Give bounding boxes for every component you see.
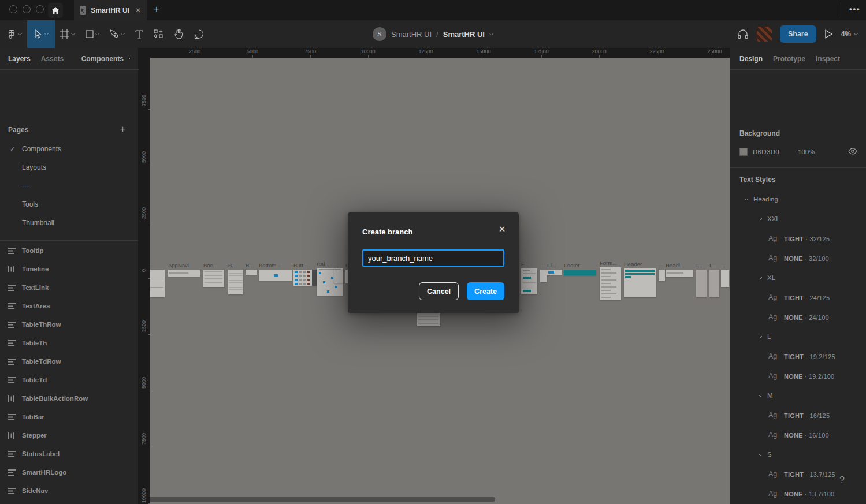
frame-title[interactable]: AppNavi <box>168 262 189 268</box>
home-button[interactable] <box>48 3 63 18</box>
canvas-frame[interactable] <box>168 270 200 277</box>
canvas-frame[interactable] <box>203 270 224 287</box>
frame-title[interactable]: F... <box>521 261 529 267</box>
text-style-row[interactable]: M <box>730 390 866 402</box>
text-style-row[interactable]: L <box>730 331 866 343</box>
frame-title[interactable]: B... <box>228 262 236 268</box>
inspector-tab-design[interactable]: Design <box>739 55 763 63</box>
canvas-frame[interactable] <box>540 270 547 282</box>
text-style-row[interactable]: S <box>730 449 866 461</box>
more-menu-icon[interactable]: ••• <box>849 5 861 13</box>
close-tab-icon[interactable]: ✕ <box>135 6 141 14</box>
chevron-down-icon[interactable] <box>758 335 763 338</box>
user-avatar[interactable] <box>757 27 772 42</box>
text-style-row[interactable]: AgTIGHT · 13.7/125 <box>730 469 866 480</box>
chevron-down-icon[interactable] <box>758 394 763 397</box>
background-opacity-value[interactable]: 100% <box>798 148 815 155</box>
canvas-frame[interactable] <box>547 270 562 275</box>
background-hex-value[interactable]: D6D3D0 <box>753 148 779 155</box>
breadcrumb-team[interactable]: SmartHR UI <box>391 30 432 39</box>
team-avatar[interactable]: S <box>373 27 386 41</box>
sidebar-page-item[interactable]: Tools <box>0 195 139 214</box>
layer-row[interactable]: TableThRow <box>0 315 139 334</box>
pen-tool-button[interactable] <box>105 20 130 48</box>
canvas-frame[interactable] <box>721 270 729 287</box>
sidebar-page-item[interactable]: ---- <box>0 177 139 195</box>
layer-row[interactable]: Tooltip <box>0 241 139 260</box>
text-style-row[interactable]: Heading <box>730 194 866 206</box>
text-tool-button[interactable] <box>130 20 148 48</box>
color-swatch[interactable] <box>739 148 748 156</box>
frame-title[interactable]: Header <box>624 261 642 267</box>
sidebar-page-item[interactable]: ✓Components <box>0 140 139 158</box>
zoom-control[interactable]: 4% <box>841 30 858 38</box>
macos-minimize-button[interactable] <box>23 5 31 13</box>
page-switcher-label[interactable]: Components <box>81 55 124 63</box>
macos-close-button[interactable] <box>9 5 17 13</box>
canvas-frame[interactable] <box>521 268 537 294</box>
file-menu-chevron-icon[interactable] <box>489 33 493 36</box>
canvas-frame[interactable] <box>334 270 343 283</box>
text-style-row[interactable]: AgTIGHT · 24/125 <box>730 292 866 304</box>
frame-title[interactable]: ... <box>659 262 663 268</box>
text-style-row[interactable]: AgTIGHT · 16/125 <box>730 410 866 421</box>
layer-row[interactable]: SideNav <box>0 481 139 500</box>
canvas-frame[interactable] <box>293 270 319 286</box>
text-style-row[interactable]: AgNONE · 24/100 <box>730 312 866 323</box>
frame-title[interactable]: Form... <box>600 260 617 266</box>
text-style-row[interactable]: AgTIGHT · 32/125 <box>730 233 866 245</box>
layer-row[interactable]: Timeline <box>0 260 139 278</box>
tab-assets[interactable]: Assets <box>41 55 64 63</box>
layer-row[interactable]: TableTdRow <box>0 352 139 371</box>
canvas-frame[interactable] <box>564 270 596 275</box>
frame-title[interactable]: Cal... <box>317 261 329 267</box>
inspector-tab-prototype[interactable]: Prototype <box>773 55 805 63</box>
canvas-frame[interactable] <box>696 270 707 297</box>
layer-row[interactable]: TabBar <box>0 408 139 426</box>
chevron-down-icon[interactable] <box>744 198 749 201</box>
frame-title[interactable]: Bottom... <box>259 262 281 268</box>
canvas-frame[interactable] <box>417 311 440 326</box>
chevron-down-icon[interactable] <box>758 453 763 456</box>
branch-name-input[interactable] <box>362 249 504 267</box>
layer-row[interactable]: TableTd <box>0 371 139 389</box>
frame-title[interactable]: or... <box>150 262 153 268</box>
frame-title[interactable]: I... <box>709 262 716 268</box>
add-page-button[interactable]: + <box>120 124 125 135</box>
text-style-row[interactable]: AgNONE · 32/100 <box>730 253 866 264</box>
inspector-tab-inspect[interactable]: Inspect <box>816 55 840 63</box>
background-color-row[interactable]: D6D3D0 100% <box>739 147 857 156</box>
text-style-row[interactable]: XL <box>730 272 866 284</box>
frame-title[interactable]: Fl... <box>547 262 556 268</box>
chevron-down-icon[interactable] <box>758 277 763 279</box>
audio-headphones-icon[interactable] <box>737 28 749 40</box>
canvas-frame[interactable] <box>150 270 165 297</box>
share-button[interactable]: Share <box>780 25 816 43</box>
move-tool-button[interactable] <box>27 20 55 48</box>
resources-tool-button[interactable] <box>148 20 169 48</box>
canvas-frame[interactable] <box>624 268 656 297</box>
layer-row[interactable]: TableBulkActionRow <box>0 389 139 408</box>
layer-row[interactable]: TableTh <box>0 334 139 352</box>
layer-row[interactable]: StatusLabel <box>0 445 139 463</box>
text-style-row[interactable]: AgNONE · 16/100 <box>730 430 866 441</box>
text-style-row[interactable]: AgNONE · 13.7/100 <box>730 488 866 500</box>
canvas-frame[interactable] <box>709 270 719 297</box>
help-icon[interactable]: ? <box>839 475 845 486</box>
frame-tool-button[interactable] <box>55 20 80 48</box>
horizontal-scrollbar[interactable] <box>150 497 495 502</box>
macos-zoom-button[interactable] <box>36 5 44 13</box>
breadcrumb-file-name[interactable]: SmartHR UI <box>443 30 485 39</box>
cancel-button[interactable]: Cancel <box>419 282 459 300</box>
canvas-frame[interactable] <box>246 270 257 275</box>
text-style-row[interactable]: AgNONE · 19.2/100 <box>730 371 866 382</box>
frame-title[interactable]: ... <box>721 262 726 268</box>
text-style-row[interactable]: XXL <box>730 214 866 225</box>
create-button[interactable]: Create <box>467 282 504 300</box>
layer-row[interactable]: TextArea <box>0 297 139 315</box>
layer-row[interactable]: TextLink <box>0 278 139 297</box>
frame-title[interactable]: Headl... <box>666 262 685 268</box>
frame-title[interactable]: Footer <box>564 262 579 268</box>
canvas-frame[interactable] <box>228 270 243 294</box>
frame-title[interactable]: ... <box>540 262 545 268</box>
